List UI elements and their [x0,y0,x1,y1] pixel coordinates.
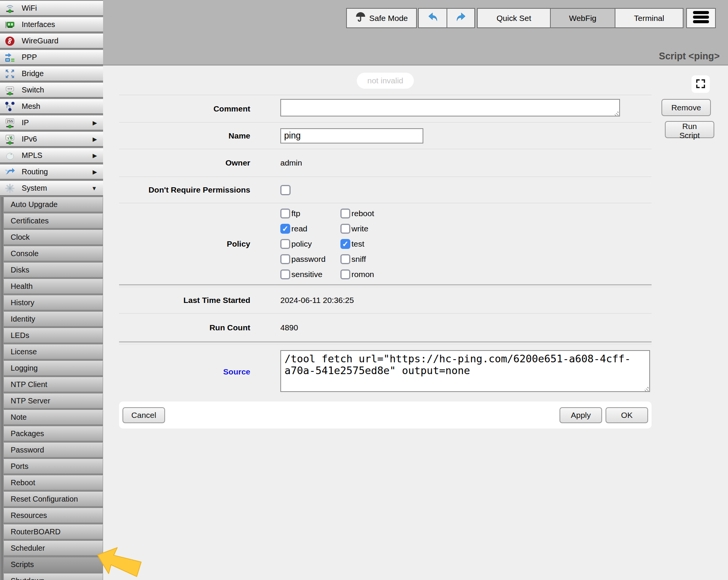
source-field-wrap: /tool fetch url="https://hc-ping.com/620… [280,350,650,394]
sidebar-item-scripts[interactable]: Scripts [3,557,103,572]
sidebar-item-auto-upgrade[interactable]: Auto Upgrade [3,197,103,212]
comment-field[interactable] [280,99,620,116]
policy-item-password: password [280,252,340,267]
policy-checkbox-policy[interactable] [280,239,290,249]
sidebar-item-leds[interactable]: LEDs [3,328,103,343]
policy-item-ftp: ftp [280,206,340,221]
policy-checkbox-sensitive[interactable] [280,269,290,279]
svg-text:√6: √6 [7,135,13,140]
mpls-icon [4,150,16,161]
sidebar-item-interfaces[interactable]: Interfaces [0,17,103,32]
sidebar-item-ppp[interactable]: PPP [0,50,103,65]
policy-row: Policy ftpreadpolicypasswordsensitivereb… [119,203,652,284]
apply-button[interactable]: Apply [560,407,602,423]
policy-column: rebootwritetestsniffromon [340,206,374,282]
main-panel: Remove Run Script not invalid Comment Na… [103,66,728,580]
name-field[interactable] [280,128,423,143]
status-row: not invalid [119,66,652,95]
sidebar-item-history[interactable]: History [3,295,103,310]
terminal-tab[interactable]: Terminal [615,8,683,28]
sidebar-item-scheduler[interactable]: Scheduler [3,541,103,556]
remove-button[interactable]: Remove [661,99,711,116]
comment-row: Comment [119,95,652,122]
sidebar-item-mesh[interactable]: Mesh [0,99,103,114]
policy-checkbox-grid: ftpreadpolicypasswordsensitiverebootwrit… [280,206,374,282]
sidebar-item-mpls[interactable]: MPLS▶ [0,148,103,163]
policy-checkbox-write[interactable] [340,224,350,234]
run-count-label: Run Count [119,323,250,332]
sidebar-item-note[interactable]: Note [3,410,103,425]
policy-checkbox-label: write [351,224,368,233]
chevron-right-icon: ▶ [92,169,97,175]
sidebar-item-reboot[interactable]: Reboot [3,475,103,490]
sidebar-item-wifi[interactable]: WiFi [0,1,103,16]
policy-label: Policy [119,239,250,249]
cancel-button[interactable]: Cancel [122,407,165,423]
sidebar-item-packages[interactable]: Packages [3,426,103,441]
sidebar-item-label: IP [22,118,29,127]
dont-require-permissions-checkbox[interactable] [280,185,291,195]
ok-button[interactable]: OK [606,407,648,423]
chevron-right-icon: ▶ [92,136,97,143]
sidebar-item-reset-configuration[interactable]: Reset Configuration [3,492,103,507]
bridge-icon [4,68,16,80]
safe-mode-button[interactable]: Safe Mode [346,8,417,28]
name-field-wrap [280,128,423,143]
sidebar-item-identity[interactable]: Identity [3,312,103,327]
sidebar-item-label: PPP [22,53,37,62]
sidebar-item-console[interactable]: Console [3,246,103,261]
fullscreen-button[interactable] [691,75,710,93]
sidebar-item-wireguard[interactable]: WireGuard [0,33,103,48]
dont-require-permissions-wrap [280,185,291,195]
policy-item-sensitive: sensitive [280,267,340,282]
sidebar-item-disks[interactable]: Disks [3,263,103,277]
chevron-down-icon: ▼ [91,185,97,191]
policy-checkbox-label: policy [291,239,312,249]
sidebar-item-ports[interactable]: Ports [3,459,103,474]
sidebar-item-ntp-server[interactable]: NTP Server [3,394,103,408]
quick-set-button[interactable]: Quick Set [477,8,551,28]
sidebar-item-switch[interactable]: Switch [0,83,103,97]
webfig-tab[interactable]: WebFig [550,8,615,28]
sidebar-item-password[interactable]: Password [3,443,103,457]
undo-button[interactable] [418,8,447,28]
sidebar-item-label: Interfaces [22,20,55,29]
sidebar-item-label: Routing [22,167,48,176]
sidebar-item-logging[interactable]: Logging [3,361,103,376]
sidebar-item-label: Switch [22,86,44,94]
sidebar-item-routing[interactable]: Routing▶ [0,164,103,179]
script-form: not invalid Comment Name Owner admin Don… [119,66,652,429]
policy-checkbox-test[interactable] [340,239,350,249]
policy-checkbox-label: reboot [351,209,374,218]
sidebar: WiFiInterfacesWireGuardPPPBridgeSwitchMe… [0,0,103,580]
dont-require-permissions-label: Don't Require Permissions [119,185,250,194]
sidebar-item-ip[interactable]: 255IP▶ [0,115,103,130]
sidebar-item-clock[interactable]: Clock [3,230,103,245]
policy-checkbox-read[interactable] [280,224,290,234]
sidebar-item-bridge[interactable]: Bridge [0,66,103,81]
sidebar-item-routerboard[interactable]: RouterBOARD [3,524,103,539]
source-field[interactable]: /tool fetch url="https://hc-ping.com/620… [280,350,650,392]
policy-checkbox-label: ftp [291,209,300,218]
sidebar-item-certificates[interactable]: Certificates [3,214,103,228]
chevron-right-icon: ▶ [92,120,97,126]
comment-field-wrap [280,99,620,118]
sidebar-item-license[interactable]: License [3,344,103,359]
policy-checkbox-password[interactable] [280,254,290,264]
sidebar-item-health[interactable]: Health [3,279,103,294]
sidebar-item-system[interactable]: System▼ [0,181,103,196]
sidebar-item-shutdown[interactable]: Shutdown [3,574,103,580]
run-script-button[interactable]: Run Script [665,121,714,138]
policy-checkbox-ftp[interactable] [280,209,290,218]
action-button-bar: Cancel Apply OK [119,402,652,429]
redo-button[interactable] [447,8,475,28]
sidebar-item-ipv6[interactable]: √6IPv6▶ [0,132,103,147]
hamburger-menu-button[interactable] [686,8,716,28]
policy-checkbox-romon[interactable] [340,269,350,279]
hamburger-icon [693,10,709,26]
policy-checkbox-reboot[interactable] [340,209,350,218]
policy-item-read: read [280,221,340,236]
sidebar-item-resources[interactable]: Resources [3,508,103,523]
sidebar-item-ntp-client[interactable]: NTP Client [3,377,103,392]
policy-checkbox-sniff[interactable] [340,254,350,264]
